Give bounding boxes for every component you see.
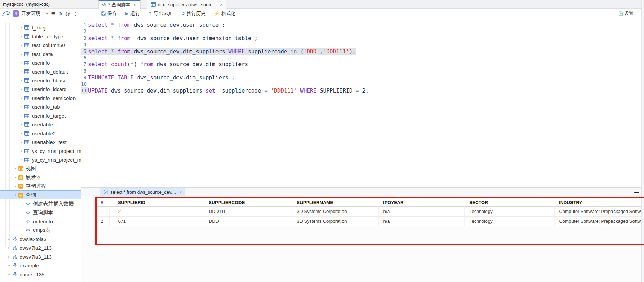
tree-item-创建表并插入数据[interactable]: </>创建表并插入数据 <box>0 199 81 208</box>
chevron-collapsed-icon[interactable]: ▸ <box>7 264 12 267</box>
cell[interactable]: 3D Systems Corporation <box>292 216 378 226</box>
cell[interactable]: 671 <box>109 216 204 226</box>
tree-item-userinfo[interactable]: ▸userinfo <box>0 58 81 67</box>
chevron-collapsed-icon[interactable]: ▸ <box>19 140 24 144</box>
tree-item-example[interactable]: ▸example <box>0 261 81 270</box>
chevron-collapsed-icon[interactable]: ▸ <box>19 123 24 126</box>
format-button[interactable]: ⚡ 格式化 <box>214 11 235 17</box>
chevron-collapsed-icon[interactable]: ▸ <box>19 114 24 117</box>
cell[interactable]: Computer Software: Prepackaged Software <box>554 216 643 226</box>
chevron-collapsed-icon[interactable]: ▸ <box>13 167 18 170</box>
cell[interactable]: Computer Software: Prepackaged Software <box>554 206 643 216</box>
settings-button[interactable]: 设置 <box>619 11 634 17</box>
tree-item-ys_cy_rms_project_me-[interactable]: ▸ys_cy_rms_project_me... <box>0 146 81 155</box>
tab-dim-suppliers[interactable]: dim_suppliers (dws_sourc... × <box>147 0 227 9</box>
tree-item-emps表[interactable]: </>emps表 <box>0 226 81 235</box>
cell[interactable]: n/a <box>378 216 464 226</box>
chevron-collapsed-icon[interactable]: ▸ <box>19 87 24 91</box>
cell[interactable]: DDD <box>204 216 292 226</box>
tree-item-usertable2_test[interactable]: ▸usertable2_test <box>0 138 81 146</box>
column-header-#[interactable]: # <box>96 199 109 206</box>
export-sql-button[interactable]: ↥ 导出SQL <box>148 11 173 17</box>
ddl-list-icon[interactable]: ≣ <box>51 11 55 16</box>
cell[interactable]: 2 <box>109 206 204 216</box>
tree-item-userinfo_tab[interactable]: ▸userinfo_tab <box>0 102 81 111</box>
tree-item-nacos_135[interactable]: ▸nacos_135 <box>0 270 81 279</box>
cell[interactable]: Technology <box>464 216 554 226</box>
chevron-collapsed-icon[interactable]: ▸ <box>19 105 24 108</box>
tree-item-ys_cy_rms_project_me-[interactable]: ▸ys_cy_rms_project_me... <box>0 155 81 164</box>
chevron-collapsed-icon[interactable]: ▸ <box>19 26 24 29</box>
code-line-10[interactable]: 10 <box>81 81 641 87</box>
chevron-collapsed-icon[interactable]: ▸ <box>19 35 24 38</box>
tree-item-userinfo_semicolon[interactable]: ▸userinfo_semicolon <box>0 94 81 102</box>
tree-item-userinfo_target[interactable]: ▸userinfo_target <box>0 111 81 120</box>
chevron-down-icon[interactable]: ∨ <box>46 11 48 16</box>
code-line-2[interactable]: 2 <box>81 28 641 35</box>
save-button[interactable]: 保存 <box>101 11 117 17</box>
chevron-collapsed-icon[interactable]: ▸ <box>19 43 24 47</box>
tree-item-触发器[interactable]: ▸@触发器 <box>0 173 81 182</box>
vertical-scrollbar[interactable] <box>641 0 644 282</box>
close-icon[interactable]: × <box>134 2 137 8</box>
code-line-3[interactable]: 3select * from dws_source_dev.user_dimen… <box>81 35 641 41</box>
tree-item-查询[interactable]: ▾查询 <box>0 190 81 199</box>
chevron-collapsed-icon[interactable]: ▸ <box>19 96 24 100</box>
code-line-6[interactable]: 6 <box>81 55 641 61</box>
cell[interactable]: 3D Systems Corporation <box>292 206 378 216</box>
locate-icon[interactable]: ⊕ <box>58 11 62 16</box>
mention-icon[interactable]: @ <box>65 11 70 16</box>
chevron-collapsed-icon[interactable]: ▸ <box>7 273 12 276</box>
tree-item-orderinfo[interactable]: </>orderinfo <box>0 217 81 226</box>
tree-item-test_column50[interactable]: ▸test_column50 <box>0 41 81 49</box>
code-line-11[interactable]: 11UPDATE dws_source_dev.dim_suppliers se… <box>81 87 641 94</box>
tree-item-userinfo_default[interactable]: ▸userinfo_default <box>0 67 81 76</box>
table-row[interactable]: 2671DDD3D Systems Corporationn/aTechnolo… <box>96 216 643 226</box>
column-header-SUPPLIERID[interactable]: SUPPLIERID <box>109 199 204 206</box>
tree-item-table_all_type[interactable]: ▸table_all_type <box>0 32 81 41</box>
tab-query-script[interactable]: </> * 查询脚本 × <box>98 0 141 9</box>
chevron-collapsed-icon[interactable]: ▸ <box>13 184 18 188</box>
tree-item-查询脚本[interactable]: </>查询脚本 <box>0 208 81 217</box>
tree-item-存储过程[interactable]: ▸fx存储过程 <box>0 182 81 190</box>
code-line-9[interactable]: 9TRUNCATE TABLE dws_source_dev.dim_suppl… <box>81 74 641 81</box>
tree-item-视图[interactable]: ▸视图 <box>0 164 81 173</box>
column-header-IPOYEAR[interactable]: IPOYEAR <box>378 199 464 206</box>
tree-item-dwsv7la2_113[interactable]: ▸dwsv7la2_113 <box>0 243 81 252</box>
sql-editor[interactable]: 1select * from dws_source_dev.user_sourc… <box>81 18 641 187</box>
chevron-collapsed-icon[interactable]: ▸ <box>13 176 18 179</box>
tree-item-userinfo_hbase[interactable]: ▸userinfo_hbase <box>0 76 81 85</box>
cell[interactable]: 1 <box>96 206 109 216</box>
chevron-collapsed-icon[interactable]: ▸ <box>19 149 24 153</box>
cell[interactable]: n/a <box>378 206 464 216</box>
cell[interactable]: Technology <box>464 206 554 216</box>
chevron-collapsed-icon[interactable]: ▸ <box>19 158 24 161</box>
code-line-4[interactable]: 4 <box>81 41 641 48</box>
tree-item-usertable[interactable]: ▸usertable <box>0 120 81 129</box>
column-header-SUPPLIERCODE[interactable]: SUPPLIERCODE <box>204 199 292 206</box>
cell[interactable]: DDD111 <box>204 206 292 216</box>
chevron-collapsed-icon[interactable]: ▸ <box>7 237 12 241</box>
run-button[interactable]: ▶ 运行 <box>125 11 140 17</box>
history-button[interactable]: ↺ 执行历史 <box>181 11 206 17</box>
chevron-collapsed-icon[interactable]: ▸ <box>7 246 12 249</box>
tree-item-t_xueji[interactable]: ▸t_xueji <box>0 23 81 32</box>
minimize-results-button[interactable]: — <box>634 188 639 196</box>
tree-item-test_data[interactable]: ▸test_data <box>0 49 81 58</box>
code-line-5[interactable]: 5select * from dws_source_dev.dim_suppli… <box>81 48 641 55</box>
chevron-collapsed-icon[interactable]: ▸ <box>7 255 12 258</box>
chevron-collapsed-icon[interactable]: ▸ <box>19 79 24 82</box>
tree-item-dwsv7la3_113[interactable]: ▸dwsv7la3_113 <box>0 252 81 261</box>
result-tab[interactable]: ✓ select * from dws_source_dev.... × <box>100 188 185 196</box>
code-line-8[interactable]: 8 <box>81 68 641 74</box>
chevron-collapsed-icon[interactable]: ▸ <box>19 70 24 73</box>
close-icon[interactable]: × <box>220 2 223 7</box>
chevron-collapsed-icon[interactable]: ▸ <box>19 52 24 56</box>
column-header-SUPPLIERNAME[interactable]: SUPPLIERNAME <box>292 199 378 206</box>
tree-item-dwsla2tola3[interactable]: ▸dwsla2tola3 <box>0 235 81 243</box>
env-selector[interactable]: 开发环境 <box>21 11 40 17</box>
table-row[interactable]: 12DDD1113D Systems Corporationn/aTechnol… <box>96 206 643 216</box>
chevron-expanded-icon[interactable]: ▾ <box>13 193 18 197</box>
chevron-collapsed-icon[interactable]: ▸ <box>19 61 24 64</box>
code-line-7[interactable]: 7select count(*) from dws_source_dev.dim… <box>81 61 641 67</box>
